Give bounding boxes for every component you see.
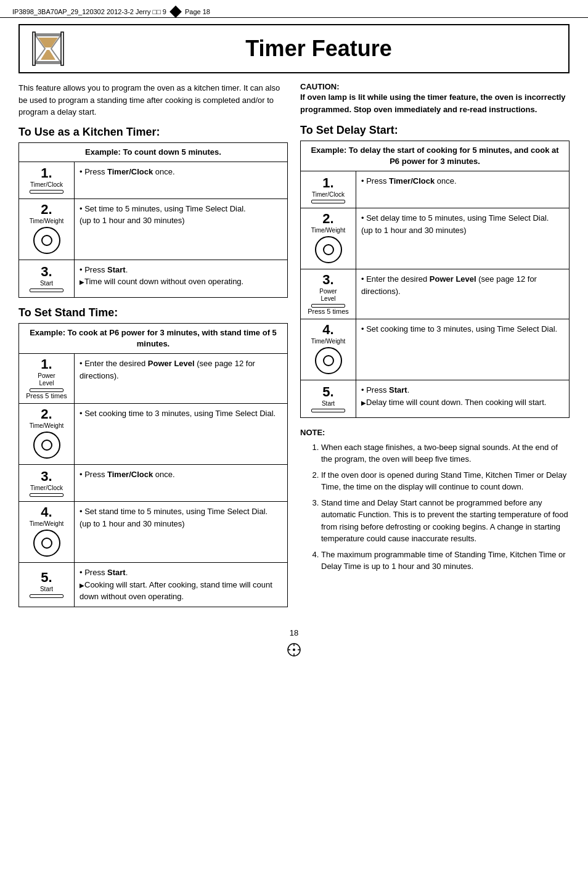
ds-step-3-num: 3.	[322, 273, 333, 287]
dial-inner-ds-2	[323, 244, 334, 255]
st-step-5-num: 5.	[41, 571, 52, 584]
two-col-layout: This feature allows you to program the o…	[18, 82, 570, 616]
note-item-3: Stand time and Delay Start cannot be pro…	[321, 497, 570, 545]
kitchen-timer-step-2: 2. Time/Weight • Set time to 5 minutes, …	[19, 199, 287, 260]
st-step-5-instruction: • Press Start.Cooking will start. After …	[75, 563, 287, 607]
doc-header: IP3898_3BA70AP_29_120302 2012-3-2 Jerry …	[0, 6, 588, 18]
ds-step-4-left: 4. Time/Weight	[301, 319, 356, 380]
note-title: NOTE:	[300, 427, 570, 439]
svg-point-5	[293, 649, 295, 651]
delay-step-3: 3. PowerLevel Press 5 times • Enter the …	[301, 269, 569, 319]
delay-step-4: 4. Time/Weight • Set cooking time to 3 m…	[301, 319, 569, 380]
ds-step-5-left: 5. Start	[301, 380, 356, 417]
st-step-3-label: Timer/Clock	[30, 485, 63, 492]
step-1-num: 1.	[41, 166, 52, 180]
st-step-5-left: 5. Start	[19, 563, 75, 607]
dial-ds-2	[315, 236, 342, 263]
ds-step-3-instruction: • Enter the desired Power Level (see pag…	[356, 269, 569, 319]
doc-header-text: IP3898_3BA70AP_29_120302 2012-3-2 Jerry …	[12, 8, 166, 15]
st-step-3-num: 3.	[41, 470, 52, 483]
caution-title: CAUTION:	[300, 82, 570, 91]
ds-step-2-left: 2. Time/Weight	[301, 208, 356, 269]
st-step-2-label: Time/Weight	[30, 422, 64, 430]
note-item-2: If the oven door is opened during Stand …	[321, 469, 570, 493]
step-2-left: 2. Time/Weight	[19, 199, 75, 260]
page-title: Timer Feature	[79, 36, 558, 62]
st-step-3-left: 3. Timer/Clock	[19, 465, 75, 501]
page-number: 18	[18, 628, 570, 637]
kitchen-timer-table: Example: To count down 5 minutes. 1. Tim…	[18, 142, 288, 298]
dial-inner-ds-4	[323, 355, 334, 366]
st-step-1-instruction: • Enter the desired Power Level (see pag…	[75, 354, 287, 403]
st-step-2-left: 2. Time/Weight	[19, 404, 75, 464]
kitchen-timer-step-3: 3. Start • Press Start.Time will count d…	[19, 260, 287, 297]
st-step-1-num: 1.	[41, 358, 52, 371]
ds-step-2-label: Time/Weight	[311, 227, 346, 234]
st-step-4-instruction: • Set stand time to 5 minutes, using Tim…	[75, 502, 287, 562]
delay-step-5: 5. Start • Press Start.Delay time will c…	[301, 380, 569, 417]
step-3-instruction: • Press Start.Time will count down witho…	[75, 260, 287, 297]
intro-text: This feature allows you to program the o…	[18, 82, 288, 118]
step-1-label: Timer/Clock	[30, 181, 63, 189]
svg-rect-2	[33, 32, 35, 65]
timer-clock-btn-1	[30, 190, 63, 194]
dial-ds-4	[315, 347, 342, 374]
delay-start-title: To Set Delay Start:	[300, 124, 570, 137]
dial-st-4	[33, 530, 60, 557]
note-item-1: When each stage finishes, a two-beep sig…	[321, 441, 570, 465]
delay-start-table: Example: To delay the start of cooking f…	[300, 141, 570, 418]
delay-start-header: Example: To delay the start of cooking f…	[301, 141, 570, 171]
caution-text: If oven lamp is lit while using the time…	[300, 91, 570, 115]
press-5-times-1: Press 5 times	[26, 392, 67, 399]
st-step-2-num: 2.	[41, 407, 52, 421]
start-btn-st	[30, 594, 63, 598]
stand-time-table: Example: To cook at P6 power for 3 minut…	[18, 323, 288, 607]
ds-step-4-instruction: • Set cooking time to 3 minutes, using T…	[356, 319, 569, 380]
right-column: CAUTION: If oven lamp is lit while using…	[300, 82, 570, 616]
ds-step-1-num: 1.	[322, 176, 333, 190]
st-step-3-instruction: • Press Timer/Clock once.	[75, 465, 287, 501]
dial-2	[33, 227, 60, 254]
step-1-left: 1. Timer/Clock	[19, 162, 75, 199]
delay-step-1: 1. Timer/Clock • Press Timer/Clock once.	[301, 171, 569, 208]
note-section: NOTE: When each stage finishes, a two-be…	[300, 427, 570, 573]
start-btn-ds	[311, 409, 345, 412]
step-3-label: Start	[40, 280, 53, 287]
dial-inner-st-2	[41, 440, 52, 451]
ds-step-5-num: 5.	[322, 385, 333, 399]
st-step-1-left: 1. PowerLevel Press 5 times	[19, 354, 75, 403]
delay-step-2: 2. Time/Weight • Set delay time to 5 min…	[301, 208, 569, 269]
hourglass-icon	[30, 30, 67, 67]
kitchen-timer-title: To Use as a Kitchen Timer:	[18, 126, 288, 139]
title-section: Timer Feature	[18, 24, 570, 73]
ds-step-3-label: PowerLevel	[319, 288, 337, 303]
ds-step-4-num: 4.	[322, 323, 333, 337]
ds-step-1-label: Timer/Clock	[312, 191, 345, 199]
st-step-4-num: 4.	[41, 506, 52, 519]
svg-rect-3	[61, 32, 63, 65]
diamond-icon	[169, 6, 182, 18]
kitchen-timer-header: Example: To count down 5 minutes.	[19, 142, 288, 162]
ds-step-4-label: Time/Weight	[311, 338, 346, 345]
dial-inner-st-4	[41, 538, 52, 549]
stand-time-step-2: 2. Time/Weight • Set cooking time to 3 m…	[19, 404, 287, 465]
stand-time-title: To Set Stand Time:	[18, 306, 288, 319]
step-3-left: 3. Start	[19, 260, 75, 297]
ds-step-2-num: 2.	[322, 212, 333, 226]
start-btn-kt	[30, 289, 63, 292]
timer-clock-btn-ds1	[311, 200, 345, 203]
ds-step-1-left: 1. Timer/Clock	[301, 171, 356, 208]
step-2-num: 2.	[41, 203, 52, 216]
stand-time-header: Example: To cook at P6 power for 3 minut…	[19, 323, 288, 353]
step-1-instruction: • Press Timer/Clock once.	[75, 162, 287, 199]
caution-box: CAUTION: If oven lamp is lit while using…	[300, 82, 570, 115]
compass-icon	[18, 642, 570, 660]
step-2-label: Time/Weight	[30, 218, 64, 225]
st-step-4-label: Time/Weight	[30, 520, 64, 528]
ds-step-1-instruction: • Press Timer/Clock once.	[356, 171, 569, 208]
page-content: Timer Feature This feature allows you to…	[0, 18, 588, 679]
stand-time-step-3: 3. Timer/Clock • Press Timer/Clock once.	[19, 465, 287, 502]
timer-clock-btn-st3	[30, 493, 63, 497]
st-step-2-instruction: • Set cooking time to 3 minutes, using T…	[75, 404, 287, 464]
doc-header-page: Page 18	[185, 8, 210, 15]
